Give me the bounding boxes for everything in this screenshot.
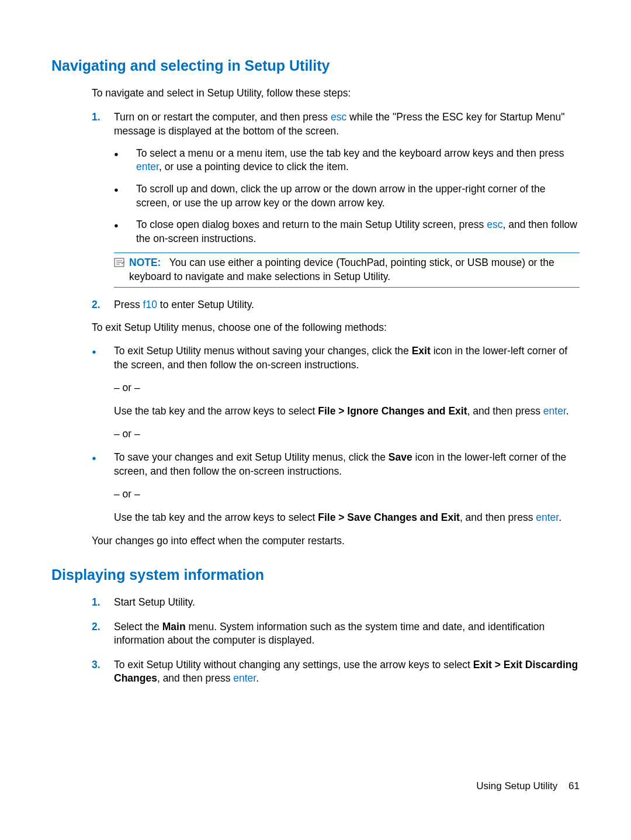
step-1: 1. Turn on or restart the computer, and … [92,110,580,138]
enter-key: enter [536,511,559,523]
text: To close open dialog boxes and return to… [136,219,487,230]
text: . [256,672,259,684]
menu-path: File > Ignore Changes and Exit [318,405,467,417]
enter-key: enter [543,405,566,417]
text: To exit Setup Utility without changing a… [114,659,473,670]
step-number: 3. [92,658,114,686]
text: Use the tab key and the arrow keys to se… [114,405,580,419]
note-label: NOTE: [129,257,161,268]
section-heading-2: Displaying system information [51,565,580,585]
d-step-1: 1. Start Setup Utility. [92,596,580,610]
bullet-icon [114,218,136,246]
text: , and then press [460,511,536,523]
text: To close open dialog boxes and return to… [136,218,580,246]
d-step-3: 3. To exit Setup Utility without changin… [92,658,580,686]
esc-key: esc [487,219,502,230]
note-icon [114,256,129,284]
bullet-icon [92,344,114,372]
sub-bullet: To close open dialog boxes and return to… [114,218,580,246]
or-divider: – or – [114,381,580,395]
esc-key: esc [331,111,346,123]
text: Use the tab key and the arrow keys to se… [114,511,318,523]
exit-bullet-1: To exit Setup Utility menus without savi… [92,344,580,372]
step-number: 1. [92,110,114,138]
page-footer: Using Setup Utility 61 [476,780,580,793]
sub-bullet: To select a menu or a menu item, use the… [114,147,580,174]
save-bold: Save [389,451,412,463]
footer-text: Using Setup Utility [476,780,557,791]
note-body: NOTE: You can use either a pointing devi… [129,256,577,284]
bullet-icon [114,182,136,210]
step-body: Turn on or restart the computer, and the… [114,110,580,138]
bullet-icon [114,147,136,174]
text: , and then press [467,405,543,417]
sub-bullet: To scroll up and down, click the up arro… [114,182,580,210]
text: . [566,405,569,417]
enter-key: enter [136,161,159,172]
step-body: Press f10 to enter Setup Utility. [114,298,580,312]
text: To exit Setup Utility menus without savi… [114,345,412,357]
text: Select the [114,621,162,632]
step-number: 2. [92,298,114,312]
exit-bullet-2: To save your changes and exit Setup Util… [92,451,580,478]
note-callout: NOTE: You can use either a pointing devi… [114,253,580,287]
bullet-icon [92,451,114,478]
step-body: Select the Main menu. System information… [114,620,580,648]
text: To select a menu or a menu item, use the… [136,147,564,159]
text: , and then press [157,672,233,684]
text: Use the tab key and the arrow keys to se… [114,511,580,525]
main-bold: Main [162,621,186,632]
page-number: 61 [568,780,580,791]
text: . [559,511,561,523]
text: You can use either a pointing device (To… [129,257,554,282]
step-2: 2. Press f10 to enter Setup Utility. [92,298,580,312]
text: Press [114,299,143,310]
menu-path: File > Save Changes and Exit [318,511,460,523]
intro-text: To navigate and select in Setup Utility,… [92,87,580,101]
text: to enter Setup Utility. [157,299,254,310]
text: , or use a pointing device to click the … [159,161,349,172]
step-number: 1. [92,596,114,610]
d-step-2: 2. Select the Main menu. System informat… [92,620,580,648]
text: To scroll up and down, click the up arro… [136,182,580,210]
text: Use the tab key and the arrow keys to se… [114,405,318,417]
text: To exit Setup Utility menus without savi… [114,344,580,372]
step-body: To exit Setup Utility without changing a… [114,658,580,686]
exit-outro: Your changes go into effect when the com… [92,534,580,548]
f10-key: f10 [143,299,157,310]
or-divider: – or – [114,427,580,441]
exit-bold: Exit [412,345,431,357]
text: To select a menu or a menu item, use the… [136,147,580,174]
exit-intro: To exit Setup Utility menus, choose one … [92,321,580,335]
or-divider: – or – [114,488,580,502]
text: To save your changes and exit Setup Util… [114,451,580,478]
text: Turn on or restart the computer, and the… [114,111,331,123]
step-number: 2. [92,620,114,648]
section-heading-1: Navigating and selecting in Setup Utilit… [51,56,580,76]
text: To save your changes and exit Setup Util… [114,451,389,463]
step-body: Start Setup Utility. [114,596,580,610]
enter-key: enter [233,672,256,684]
